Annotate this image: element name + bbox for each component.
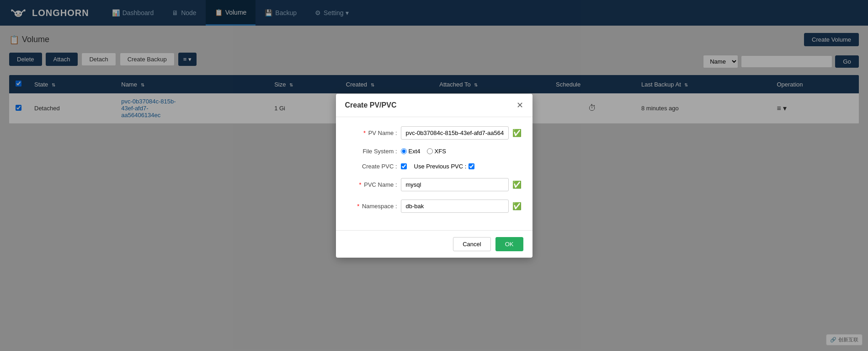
create-pv-pvc-modal: Create PV/PVC ✕ * PV Name : ✅ File Syste… [336,94,533,258]
pvc-name-input[interactable] [401,178,509,191]
modal-footer: Cancel OK [336,231,533,258]
pv-name-required: * [363,130,366,136]
pv-name-label: * PV Name : [347,130,397,136]
pvc-name-label: * PVC Name : [347,181,397,188]
pvc-name-group: * PVC Name : ✅ [347,178,522,191]
modal-title: Create PV/PVC [345,101,397,109]
namespace-input[interactable] [401,200,509,213]
modal-header: Create PV/PVC ✕ [336,94,533,117]
modal-overlay: Create PV/PVC ✕ * PV Name : ✅ File Syste… [0,0,868,351]
ext4-radio-label[interactable]: Ext4 [401,148,421,155]
create-pvc-checkbox-item [401,163,407,169]
pv-name-group: * PV Name : ✅ [347,126,522,140]
ext4-radio[interactable] [401,148,407,154]
namespace-group: * Namespace : ✅ [347,200,522,213]
use-previous-pvc-checkbox[interactable] [469,163,474,169]
pvc-name-required: * [359,181,362,188]
namespace-valid-icon: ✅ [512,202,522,211]
pv-name-valid-icon: ✅ [512,129,522,137]
pv-name-input[interactable] [401,126,509,140]
create-pvc-group: Create PVC : Use Previous PVC : [347,163,522,170]
xfs-radio-label[interactable]: XFS [427,148,446,155]
namespace-label: * Namespace : [347,203,397,210]
create-pvc-checkbox[interactable] [401,163,407,169]
file-system-group: File System : Ext4 XFS [347,148,522,155]
pvc-options-row: Use Previous PVC : [401,163,522,170]
file-system-label: File System : [347,148,397,155]
modal-close-button[interactable]: ✕ [517,101,523,109]
namespace-required: * [357,203,359,210]
ok-button[interactable]: OK [495,237,523,251]
use-previous-pvc-item: Use Previous PVC : [414,163,475,170]
xfs-radio[interactable] [427,148,433,154]
pvc-name-valid-icon: ✅ [512,180,522,189]
create-pvc-label: Create PVC : [347,163,397,170]
file-system-radio-group: Ext4 XFS [401,148,446,155]
modal-body: * PV Name : ✅ File System : Ext4 XFS [336,117,533,230]
cancel-button[interactable]: Cancel [453,237,490,251]
